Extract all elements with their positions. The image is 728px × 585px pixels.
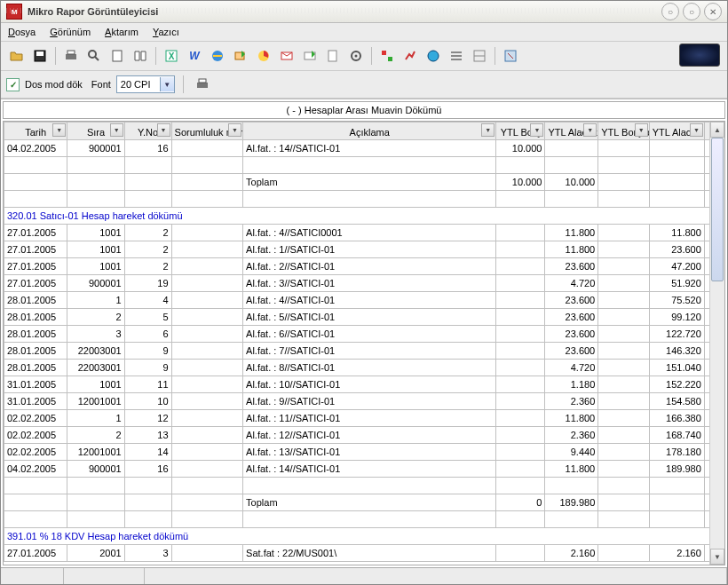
cell[interactable] <box>496 461 545 478</box>
table-row[interactable]: 28.01.2005220030019Al.fat. : 7//SATICI-0… <box>4 343 719 360</box>
cell[interactable] <box>598 545 650 562</box>
cell[interactable] <box>67 191 124 208</box>
cell[interactable]: 151.040 <box>649 360 704 376</box>
preview-icon[interactable] <box>83 45 105 67</box>
cell[interactable] <box>496 309 545 326</box>
cell[interactable] <box>171 393 243 410</box>
cell[interactable]: Al.fat. : 14//SATICI-01 <box>243 140 496 157</box>
cell[interactable]: 2 <box>67 309 124 326</box>
cell[interactable]: 2001 <box>67 545 124 562</box>
cell[interactable] <box>124 511 171 528</box>
cell[interactable] <box>496 157 545 174</box>
col-alacak-bakiye[interactable]: YTL Alacak bakiye▼ <box>649 123 704 140</box>
cell[interactable]: Al.fat. : 7//SATICI-01 <box>243 343 496 360</box>
cell[interactable] <box>243 511 496 528</box>
cell[interactable] <box>496 511 545 528</box>
cell[interactable]: 02.02.2005 <box>4 410 67 427</box>
cell[interactable]: 189.980 <box>545 494 598 511</box>
cell[interactable]: 3 <box>67 326 124 343</box>
cell[interactable] <box>598 494 650 511</box>
filter-icon[interactable]: ▼ <box>690 123 703 137</box>
cell[interactable] <box>171 309 243 326</box>
cell[interactable]: 22003001 <box>67 360 124 376</box>
table-row[interactable] <box>4 157 719 174</box>
cpi-select[interactable]: 20 CPI ▼ <box>116 75 175 93</box>
cell[interactable]: Al.fat. : 11//SATICI-01 <box>243 410 496 427</box>
cell[interactable]: 1.180 <box>545 376 598 393</box>
cell[interactable] <box>496 545 545 562</box>
cell[interactable]: Al.fat. : 8//SATICI-01 <box>243 360 496 376</box>
table-row[interactable]: 27.01.200510012Al.fat. : 1//SATICI-0111.… <box>4 241 719 258</box>
cell[interactable] <box>4 191 67 208</box>
cell[interactable]: 12001001 <box>67 393 124 410</box>
cell[interactable]: 23.600 <box>545 309 598 326</box>
cell[interactable]: Al.fat. : 2//SATICI-01 <box>243 258 496 275</box>
cell[interactable]: 31.01.2005 <box>4 376 67 393</box>
cell[interactable]: 900001 <box>67 461 124 478</box>
table-row[interactable] <box>4 511 719 528</box>
cell[interactable] <box>598 174 650 191</box>
cell[interactable] <box>171 444 243 461</box>
cell[interactable] <box>496 360 545 376</box>
cell[interactable]: 154.580 <box>649 393 704 410</box>
cell[interactable]: 900001 <box>67 140 124 157</box>
cell[interactable] <box>496 343 545 360</box>
cell[interactable] <box>171 478 243 494</box>
cell[interactable] <box>649 174 704 191</box>
cell[interactable]: 23.600 <box>545 258 598 275</box>
scroll-thumb[interactable] <box>711 138 724 281</box>
cell[interactable]: 189.980 <box>649 461 704 478</box>
filter-icon[interactable]: ▼ <box>110 123 123 137</box>
cell[interactable] <box>598 292 650 309</box>
cell[interactable] <box>171 511 243 528</box>
cell[interactable] <box>598 225 650 241</box>
cell[interactable] <box>496 444 545 461</box>
cell[interactable]: 13 <box>124 427 171 444</box>
cell[interactable] <box>171 461 243 478</box>
cell[interactable]: 9.440 <box>545 444 598 461</box>
cell[interactable]: 4 <box>124 292 171 309</box>
filter-icon[interactable]: ▼ <box>157 123 170 137</box>
cell[interactable]: 2.160 <box>545 545 598 562</box>
cell[interactable] <box>67 174 124 191</box>
settings-icon[interactable] <box>345 45 367 67</box>
cell[interactable]: 0 <box>496 494 545 511</box>
cell[interactable] <box>171 292 243 309</box>
cell[interactable] <box>598 275 650 292</box>
cell[interactable]: 99.120 <box>649 309 704 326</box>
cell[interactable] <box>67 494 124 511</box>
cell[interactable] <box>496 410 545 427</box>
cell[interactable]: Al.fat. : 12//SATICI-01 <box>243 427 496 444</box>
cell[interactable] <box>171 174 243 191</box>
tool3-icon[interactable] <box>423 45 444 67</box>
cell[interactable] <box>598 309 650 326</box>
cell[interactable]: 22003001 <box>67 343 124 360</box>
cell[interactable] <box>243 191 496 208</box>
cell[interactable]: 23.600 <box>545 326 598 343</box>
cell[interactable] <box>649 191 704 208</box>
cell[interactable]: 04.02.2005 <box>4 140 67 157</box>
col-sorumluluk[interactable]: Sorumluluk merkezi▼ <box>171 123 243 140</box>
cell[interactable] <box>496 393 545 410</box>
cell[interactable]: 51.920 <box>649 275 704 292</box>
cell[interactable] <box>545 191 598 208</box>
cell[interactable]: Toplam <box>243 494 496 511</box>
cell[interactable] <box>598 241 650 258</box>
book-icon[interactable] <box>130 45 151 67</box>
cell[interactable]: 1001 <box>67 258 124 275</box>
cell[interactable]: 11.800 <box>649 225 704 241</box>
cell[interactable] <box>171 360 243 376</box>
cell[interactable] <box>171 376 243 393</box>
close-button[interactable]: ✕ <box>704 3 722 20</box>
cell[interactable]: 4.720 <box>545 360 598 376</box>
cell[interactable]: Al.fat. : 1//SATICI-01 <box>243 241 496 258</box>
mail-icon[interactable] <box>276 45 297 67</box>
col-yno[interactable]: Y.No▼ <box>124 123 171 140</box>
export-icon[interactable] <box>230 45 251 67</box>
cell[interactable]: 14 <box>124 444 171 461</box>
cell[interactable] <box>598 511 650 528</box>
filter-icon[interactable]: ▼ <box>530 123 543 137</box>
cell[interactable]: 178.180 <box>649 444 704 461</box>
word-icon[interactable]: W <box>184 45 205 67</box>
cell[interactable]: Al.fat. : 4//SATICI-01 <box>243 292 496 309</box>
